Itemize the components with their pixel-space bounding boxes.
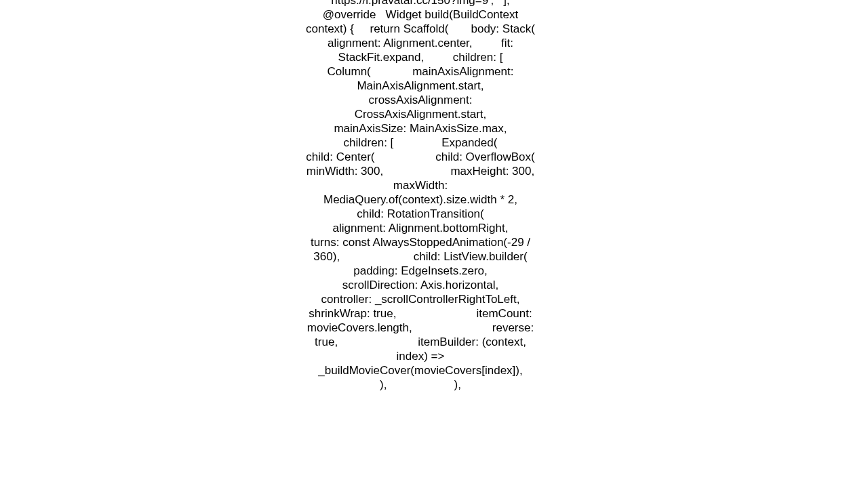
code-text-block: https://i.pravatar.cc/150?img=9', ]; @ov… [305, 0, 536, 392]
